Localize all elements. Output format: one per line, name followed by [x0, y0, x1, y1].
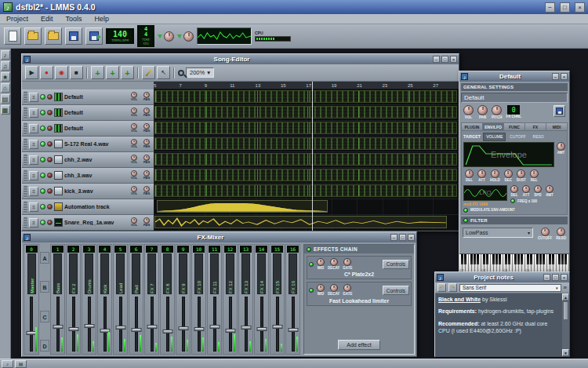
lfo-amt-knob[interactable]	[546, 185, 554, 193]
track-pan-knob[interactable]: PAN	[141, 139, 152, 149]
channel-fader[interactable]	[83, 295, 95, 353]
track-actions-button[interactable]: ≡	[29, 218, 38, 228]
fx-channel-strip[interactable]: 2FX 2	[66, 244, 81, 355]
fader-handle[interactable]	[209, 325, 220, 329]
scroll-down-button[interactable]: ▼	[562, 349, 569, 356]
channel-fader[interactable]	[209, 295, 220, 353]
track-solo-led[interactable]	[47, 157, 53, 162]
fx-channel-strip[interactable]: 7FX 7	[144, 244, 159, 355]
minimize-button[interactable]: −	[545, 2, 555, 13]
master-volume-knob[interactable]	[164, 31, 174, 42]
fx-mixer-titlebar[interactable]: ♪ FX-Mixer − □ ×	[22, 232, 416, 242]
track-mute-led[interactable]	[40, 220, 45, 225]
presets-sidebar-button[interactable]: ★	[1, 72, 10, 82]
fx-channel-strip[interactable]: 5Lead	[113, 244, 128, 355]
fader-handle[interactable]	[178, 326, 188, 330]
fader-handle[interactable]	[272, 325, 282, 329]
track-mute-led[interactable]	[40, 110, 45, 115]
env-amt-knob[interactable]	[557, 142, 565, 151]
new-project-button[interactable]	[4, 27, 21, 45]
scrollbar-thumb[interactable]	[563, 301, 568, 320]
filter-reso-knob[interactable]	[557, 228, 565, 236]
piano-black-key[interactable]	[470, 254, 473, 264]
fx-channel-lcd[interactable]: 0	[507, 105, 520, 115]
piano-black-key[interactable]	[486, 254, 488, 264]
fx-channel-strip[interactable]: 15FX 15	[270, 244, 285, 355]
project-notes-titlebar[interactable]: ♪ Project notes − □ ×	[435, 272, 569, 282]
add-bb-track-button[interactable]: +	[91, 66, 104, 79]
channel-fader[interactable]	[177, 295, 189, 353]
track-solo-led[interactable]	[47, 94, 53, 100]
track-grip-handle[interactable]	[24, 169, 27, 182]
channel-name[interactable]: FX 15	[273, 253, 281, 294]
master-volume-control[interactable]	[158, 31, 174, 42]
piano-black-key[interactable]	[561, 254, 564, 264]
track-name[interactable]: Default	[64, 94, 127, 100]
track-pan-knob[interactable]: PAN	[141, 186, 152, 196]
automation-pattern-segment[interactable]	[157, 200, 328, 213]
effect-enable-led[interactable]	[309, 288, 314, 293]
samples-sidebar-button[interactable]: ♫	[1, 61, 10, 71]
fader-handle[interactable]	[256, 327, 267, 331]
track-pan-knob[interactable]: PAN	[141, 217, 152, 228]
effect-controls-button[interactable]: Controls	[383, 286, 409, 295]
track-grip-handle[interactable]	[24, 138, 27, 151]
track-pattern-area[interactable]	[154, 184, 459, 199]
env-rel-knob[interactable]	[530, 169, 539, 178]
piano-black-key[interactable]	[477, 254, 479, 264]
fader-handle[interactable]	[147, 325, 157, 329]
track-pan-knob[interactable]: PAN	[141, 92, 152, 102]
stop-button[interactable]: ■	[70, 66, 83, 79]
edit-mode-button[interactable]: ↖	[157, 66, 170, 79]
window-close-button[interactable]: ×	[408, 234, 415, 241]
track-pattern-area[interactable]	[154, 89, 459, 105]
open-project-button[interactable]	[24, 27, 42, 45]
add-effect-button[interactable]: Add effect	[338, 340, 379, 350]
track-name[interactable]: chh_3.wav	[64, 173, 127, 178]
lfo-del-knob[interactable]	[510, 185, 518, 193]
effect-enable-led[interactable]	[309, 262, 314, 267]
channel-name[interactable]: FX 11	[210, 253, 219, 294]
piano-black-key[interactable]	[514, 254, 517, 264]
toolbar-overflow-button[interactable]: »	[564, 283, 567, 292]
track-name[interactable]: chh_2.wav	[64, 157, 127, 162]
track-grip-handle[interactable]	[24, 154, 27, 166]
fx-group-label[interactable]: D	[40, 340, 49, 352]
channel-name[interactable]: FX 8	[163, 253, 172, 294]
track-vol-knob[interactable]: VOL	[129, 107, 140, 118]
lfo-att-knob[interactable]	[522, 185, 530, 193]
track-actions-button[interactable]: ≡	[29, 187, 38, 196]
channel-fader[interactable]	[99, 295, 111, 353]
lfo-spd-knob[interactable]	[534, 185, 542, 193]
track-actions-button[interactable]: ≡	[29, 108, 38, 118]
fx-channel-strip[interactable]: 1Bass	[50, 244, 65, 355]
channel-fader[interactable]	[52, 295, 64, 353]
track-name[interactable]: Snare_Reg_1a.wav	[64, 220, 127, 225]
channel-name[interactable]: FX 2	[69, 253, 78, 294]
fader-handle[interactable]	[194, 327, 204, 331]
window-close-button[interactable]: ×	[450, 56, 457, 63]
instrument-editor-titlebar[interactable]: ♪ Default − ×	[459, 71, 569, 82]
track-vol-knob[interactable]: VOL	[129, 123, 140, 133]
piano-black-key[interactable]	[527, 254, 529, 264]
track-vol-knob[interactable]: VOL	[129, 186, 140, 196]
scroll-up-button[interactable]: ▲	[562, 293, 569, 301]
effect-w-d-knob[interactable]	[317, 258, 325, 266]
envelope-graph[interactable]: Envelope	[463, 142, 554, 167]
channel-name[interactable]: FX 9	[179, 253, 187, 294]
fader-handle[interactable]	[241, 326, 251, 330]
modulate-env-led[interactable]	[463, 208, 468, 213]
computer-sidebar-button[interactable]: ▦	[1, 105, 10, 115]
track-solo-led[interactable]	[47, 173, 53, 178]
track-solo-led[interactable]	[47, 188, 53, 194]
fx-channel-strip[interactable]: 10FX 10	[191, 244, 206, 355]
instrument-pan-knob[interactable]	[477, 105, 488, 115]
piano-white-key[interactable]: C3	[481, 254, 485, 272]
fx-channel-strip[interactable]: 9FX 9	[176, 244, 191, 355]
channel-name[interactable]: Pad	[132, 253, 140, 294]
track-vol-knob[interactable]: VOL	[129, 155, 140, 165]
fader-handle[interactable]	[68, 327, 78, 331]
channel-fader[interactable]	[287, 295, 299, 353]
track-grip-handle[interactable]	[24, 217, 27, 229]
track-pattern-area[interactable]	[154, 105, 459, 121]
